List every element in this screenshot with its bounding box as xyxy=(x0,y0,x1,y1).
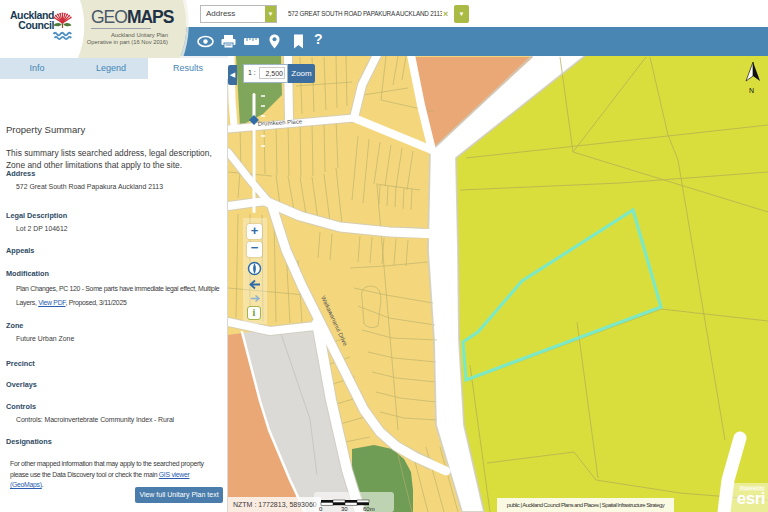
svg-text:30: 30 xyxy=(341,506,348,512)
svg-text:60m: 60m xyxy=(363,506,375,512)
svg-text:N: N xyxy=(749,87,754,94)
